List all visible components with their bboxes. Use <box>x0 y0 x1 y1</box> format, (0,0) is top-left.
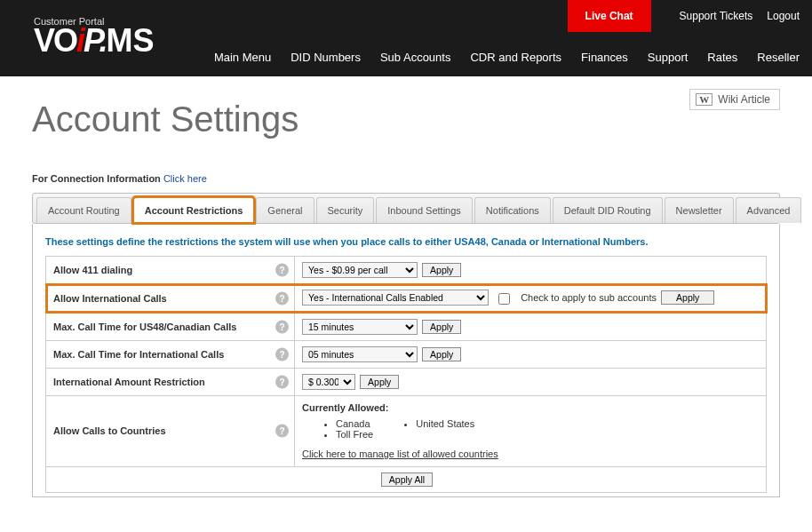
brand: Customer Portal VOiP.MS <box>34 16 154 57</box>
tabs: Account Routing Account Restrictions Gen… <box>32 193 780 224</box>
help-icon[interactable]: ? <box>275 347 289 361</box>
country-item: Canada <box>336 418 373 429</box>
row-max-us48: Max. Call Time for US48/Canadian Calls ?… <box>46 313 767 340</box>
tab-account-routing[interactable]: Account Routing <box>36 197 131 223</box>
checkbox-apply-sub-accounts[interactable] <box>498 293 510 305</box>
help-icon[interactable]: ? <box>275 375 289 388</box>
apply-allow-international[interactable]: Apply <box>661 290 714 305</box>
select-allow-international[interactable]: Yes - International Calls Enabled <box>302 290 489 306</box>
apply-all-button[interactable]: Apply All <box>381 472 433 487</box>
nav-main-menu[interactable]: Main Menu <box>214 51 271 64</box>
label-allow-411: Allow 411 dialing <box>53 265 132 275</box>
select-allow-411[interactable]: Yes - $0.99 per call <box>302 262 418 278</box>
help-icon[interactable]: ? <box>275 264 289 277</box>
support-tickets-link[interactable]: Support Tickets <box>680 10 753 22</box>
manage-countries-link[interactable]: Click here to manage list of allowed cou… <box>302 449 759 459</box>
logout-link[interactable]: Logout <box>767 10 800 22</box>
nav-finances[interactable]: Finances <box>581 51 628 64</box>
main-nav: Main Menu DID Numbers Sub Accounts CDR a… <box>195 51 800 64</box>
tab-newsletter[interactable]: Newsletter <box>665 197 734 223</box>
row-apply-all: Apply All <box>46 466 767 492</box>
settings-panel: These settings define the restrictions t… <box>32 224 780 497</box>
nav-support[interactable]: Support <box>648 51 689 64</box>
logo[interactable]: VOiP.MS <box>34 25 154 57</box>
row-allow-countries: Allow Calls to Countries ? Currently All… <box>46 395 767 466</box>
tab-default-did-routing[interactable]: Default DID Routing <box>553 197 663 223</box>
wiki-icon: W <box>696 93 712 106</box>
tab-notifications[interactable]: Notifications <box>474 197 551 223</box>
intro-text: These settings define the restrictions t… <box>45 236 767 247</box>
nav-did-numbers[interactable]: DID Numbers <box>291 51 361 64</box>
tab-account-restrictions[interactable]: Account Restrictions <box>133 197 255 223</box>
apply-max-us48[interactable]: Apply <box>422 320 461 334</box>
row-allow-international: Allow International Calls ? Yes - Intern… <box>46 284 767 314</box>
select-max-intl[interactable]: 05 minutes <box>302 346 418 362</box>
select-intl-amount[interactable]: $ 0.300 <box>302 374 355 390</box>
checkbox-label-sub-accounts: Check to apply to sub accounts <box>521 292 657 303</box>
row-max-intl: Max. Call Time for International Calls ?… <box>46 340 767 368</box>
label-allow-countries: Allow Calls to Countries <box>53 425 166 436</box>
select-max-us48[interactable]: 15 minutes <box>302 319 418 335</box>
label-allow-international: Allow International Calls <box>53 293 167 304</box>
apply-allow-411[interactable]: Apply <box>422 263 461 277</box>
apply-intl-amount[interactable]: Apply <box>360 375 399 389</box>
country-item: United States <box>416 418 474 429</box>
tab-general[interactable]: General <box>256 197 314 223</box>
tab-security[interactable]: Security <box>316 197 375 223</box>
nav-reseller[interactable]: Reseller <box>757 51 800 64</box>
country-list-1: Canada Toll Free <box>320 418 373 440</box>
row-allow-411: Allow 411 dialing ? Yes - $0.99 per call… <box>46 257 767 284</box>
help-icon[interactable]: ? <box>275 425 289 438</box>
tab-inbound-settings[interactable]: Inbound Settings <box>376 197 473 223</box>
connection-info-link[interactable]: Click here <box>163 173 207 184</box>
nav-cdr-reports[interactable]: CDR and Reports <box>470 51 561 64</box>
page-title: Account Settings <box>32 99 780 139</box>
apply-max-intl[interactable]: Apply <box>422 347 461 361</box>
countries-heading: Currently Allowed: <box>302 402 388 413</box>
label-max-us48: Max. Call Time for US48/Canadian Calls <box>53 322 236 332</box>
tab-advanced[interactable]: Advanced <box>736 197 802 223</box>
live-chat-button[interactable]: Live Chat <box>568 0 651 32</box>
wiki-label: Wiki Article <box>718 93 770 106</box>
help-icon[interactable]: ? <box>275 291 289 305</box>
connection-info-text: For Connection Information Click here <box>32 173 780 184</box>
country-item: Toll Free <box>336 429 373 440</box>
nav-rates[interactable]: Rates <box>707 51 737 64</box>
label-max-intl: Max. Call Time for International Calls <box>53 349 224 360</box>
nav-sub-accounts[interactable]: Sub Accounts <box>380 51 451 64</box>
wiki-article-button[interactable]: W Wiki Article <box>689 89 780 110</box>
label-intl-amount: International Amount Restriction <box>53 377 205 387</box>
help-icon[interactable]: ? <box>275 320 289 333</box>
country-list-2: United States <box>400 418 474 440</box>
settings-table: Allow 411 dialing ? Yes - $0.99 per call… <box>45 256 767 493</box>
row-intl-amount: International Amount Restriction ? $ 0.3… <box>46 368 767 395</box>
